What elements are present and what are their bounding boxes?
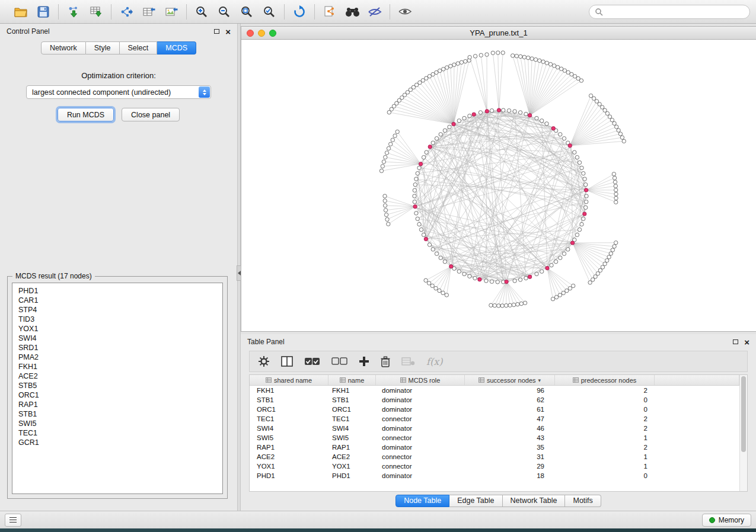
network-node[interactable] bbox=[479, 53, 483, 57]
close-window-icon[interactable] bbox=[247, 30, 254, 37]
network-node[interactable] bbox=[614, 192, 618, 196]
network-node[interactable] bbox=[387, 222, 390, 226]
cell-mcds-role[interactable]: dominator bbox=[376, 444, 465, 451]
cell-shared-name[interactable]: PHD1 bbox=[250, 472, 328, 479]
network-node[interactable] bbox=[511, 54, 515, 57]
dominator-node[interactable] bbox=[583, 212, 586, 216]
cell-mcds-role[interactable]: dominator bbox=[376, 472, 465, 479]
network-node[interactable] bbox=[457, 270, 461, 273]
network-node[interactable] bbox=[559, 133, 562, 136]
network-node[interactable] bbox=[518, 111, 522, 114]
cell-shared-name[interactable]: ACE2 bbox=[250, 453, 328, 460]
network-node[interactable] bbox=[614, 200, 618, 204]
refresh-button[interactable] bbox=[290, 4, 309, 20]
delete-table-button[interactable] bbox=[401, 357, 415, 366]
cell-successor-nodes[interactable]: 62 bbox=[465, 396, 555, 403]
network-node[interactable] bbox=[443, 129, 446, 132]
network-node[interactable] bbox=[382, 160, 385, 164]
network-node[interactable] bbox=[554, 295, 558, 299]
cell-name[interactable]: ORC1 bbox=[328, 406, 376, 413]
cell-predecessor-nodes[interactable]: 1 bbox=[555, 463, 655, 470]
cell-mcds-role[interactable]: dominator bbox=[376, 425, 465, 432]
network-node[interactable] bbox=[435, 137, 438, 140]
network-node[interactable] bbox=[387, 146, 390, 150]
network-node[interactable] bbox=[550, 264, 553, 267]
dominator-node[interactable] bbox=[584, 188, 588, 192]
network-node[interactable] bbox=[608, 115, 611, 118]
network-node[interactable] bbox=[565, 289, 569, 293]
import-network-button[interactable] bbox=[64, 4, 83, 20]
network-node[interactable] bbox=[584, 183, 588, 187]
binoculars-button[interactable] bbox=[343, 4, 362, 20]
cell-shared-name[interactable]: TEC1 bbox=[250, 415, 328, 422]
cell-successor-nodes[interactable]: 43 bbox=[465, 434, 555, 441]
network-node[interactable] bbox=[622, 139, 626, 143]
network-node[interactable] bbox=[535, 116, 538, 120]
network-node[interactable] bbox=[583, 177, 586, 181]
network-node[interactable] bbox=[513, 110, 516, 113]
cell-successor-nodes[interactable]: 29 bbox=[465, 463, 555, 470]
network-node[interactable] bbox=[416, 217, 419, 220]
network-node[interactable] bbox=[435, 252, 438, 255]
delete-column-button[interactable] bbox=[381, 356, 390, 367]
dominator-node[interactable] bbox=[452, 122, 455, 126]
cell-shared-name[interactable]: RAP1 bbox=[250, 444, 328, 451]
cell-name[interactable]: ACE2 bbox=[328, 453, 376, 460]
zoom-fit-button[interactable] bbox=[237, 4, 256, 20]
network-node[interactable] bbox=[387, 110, 391, 114]
dominator-node[interactable] bbox=[449, 265, 453, 268]
network-node[interactable] bbox=[417, 166, 421, 169]
network-node[interactable] bbox=[516, 303, 519, 306]
cell-predecessor-nodes[interactable]: 1 bbox=[555, 453, 655, 460]
network-node[interactable] bbox=[501, 51, 505, 55]
network-node[interactable] bbox=[385, 217, 389, 221]
dominator-node[interactable] bbox=[419, 162, 422, 166]
mcds-result-item[interactable]: PHD1 bbox=[18, 286, 216, 296]
network-node[interactable] bbox=[383, 204, 387, 207]
mcds-result-item[interactable]: PMA2 bbox=[18, 352, 216, 362]
header-name[interactable]: name bbox=[328, 375, 376, 385]
header-shared-name[interactable]: shared name bbox=[250, 375, 328, 385]
network-node[interactable] bbox=[485, 53, 489, 56]
network-graph[interactable] bbox=[241, 40, 755, 331]
network-node[interactable] bbox=[468, 274, 471, 278]
network-node[interactable] bbox=[448, 125, 451, 129]
network-node[interactable] bbox=[449, 64, 452, 68]
network-titlebar[interactable]: YPA_prune.txt_1 bbox=[241, 27, 756, 40]
network-node[interactable] bbox=[612, 172, 615, 176]
network-node[interactable] bbox=[490, 280, 493, 283]
network-node[interactable] bbox=[519, 55, 522, 58]
network-node[interactable] bbox=[502, 108, 505, 112]
cell-mcds-role[interactable]: dominator bbox=[376, 396, 465, 403]
cell-mcds-role[interactable]: dominator bbox=[376, 387, 465, 394]
zoom-in-button[interactable] bbox=[192, 4, 211, 20]
network-node[interactable] bbox=[527, 56, 530, 59]
tab-mcds[interactable]: MCDS bbox=[157, 41, 196, 55]
network-node[interactable] bbox=[535, 272, 538, 275]
table-row[interactable]: SWI5 SWI5 connector 43 1 bbox=[250, 433, 739, 443]
network-node[interactable] bbox=[541, 60, 545, 63]
network-node[interactable] bbox=[430, 284, 434, 287]
network-node[interactable] bbox=[489, 303, 493, 307]
cell-successor-nodes[interactable]: 31 bbox=[465, 453, 555, 460]
cell-shared-name[interactable]: SWI5 bbox=[250, 434, 328, 441]
dominator-node[interactable] bbox=[528, 275, 531, 278]
cell-mcds-role[interactable]: connector bbox=[376, 434, 465, 441]
network-node[interactable] bbox=[442, 68, 445, 71]
network-node[interactable] bbox=[601, 105, 604, 109]
cell-successor-nodes[interactable]: 35 bbox=[465, 444, 555, 451]
dominator-node[interactable] bbox=[472, 113, 476, 116]
network-node[interactable] bbox=[614, 184, 617, 188]
dominator-node[interactable] bbox=[568, 144, 572, 148]
network-node[interactable] bbox=[562, 252, 566, 255]
run-mcds-button[interactable]: Run MCDS bbox=[58, 108, 114, 121]
zoom-out-button[interactable] bbox=[215, 4, 234, 20]
show-details-button[interactable] bbox=[395, 4, 414, 20]
network-node[interactable] bbox=[614, 188, 618, 192]
network-node[interactable] bbox=[582, 172, 585, 175]
table-row[interactable]: PHD1 PHD1 dominator 18 0 bbox=[250, 471, 739, 480]
network-node[interactable] bbox=[424, 278, 428, 282]
network-node[interactable] bbox=[573, 75, 576, 78]
network-node[interactable] bbox=[507, 109, 511, 113]
cell-mcds-role[interactable]: connector bbox=[376, 453, 465, 460]
